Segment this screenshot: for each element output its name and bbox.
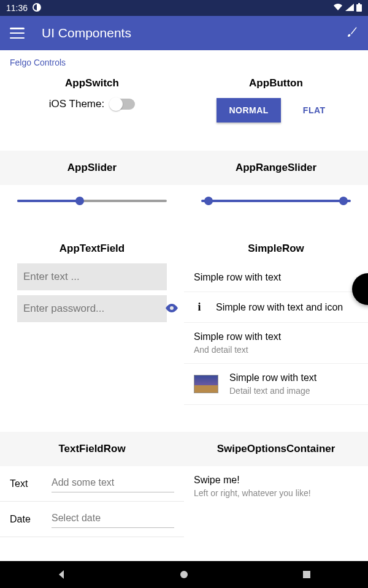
status-bar: 11:36 bbox=[0, 0, 368, 16]
tfr-label: Text bbox=[10, 478, 44, 489]
menu-icon[interactable] bbox=[10, 28, 25, 39]
appswitch-title: AppSwitch bbox=[0, 71, 184, 98]
svg-rect-5 bbox=[303, 571, 310, 578]
swipecontainer-title: SwipeOptionsContainer bbox=[184, 432, 368, 466]
nav-recents-icon[interactable] bbox=[301, 568, 313, 581]
swipe-item-title: Swipe me! bbox=[194, 475, 358, 486]
appbutton-title: AppButton bbox=[184, 71, 368, 98]
nav-home-icon[interactable] bbox=[178, 568, 190, 581]
android-nav-bar bbox=[0, 561, 368, 588]
apprangeslider-title: AppRangeSlider bbox=[184, 151, 368, 185]
app-title: UI Components bbox=[42, 26, 346, 40]
status-time: 11:36 bbox=[6, 3, 28, 13]
section-label: Felgo Controls bbox=[0, 50, 368, 71]
status-app-icon bbox=[33, 3, 41, 13]
battery-icon bbox=[356, 3, 362, 13]
app-slider[interactable] bbox=[17, 200, 167, 202]
apptextfield-title: AppTextField bbox=[0, 236, 184, 263]
app-range-slider[interactable] bbox=[201, 200, 351, 202]
appslider-title: AppSlider bbox=[0, 151, 184, 185]
wifi-icon bbox=[333, 3, 343, 13]
flat-button[interactable]: FLAT bbox=[293, 98, 335, 123]
app-bar: UI Components bbox=[0, 16, 368, 50]
signal-icon bbox=[345, 3, 354, 13]
swipe-item[interactable]: Swipe me! Left or right, whatever you li… bbox=[184, 466, 368, 510]
list-item[interactable]: Simple row with text Detail text and ima… bbox=[184, 364, 368, 405]
thumbnail-image bbox=[194, 375, 218, 393]
svg-point-3 bbox=[170, 306, 174, 310]
tfr-text-input[interactable] bbox=[52, 475, 174, 492]
simplerow-title: SimpleRow bbox=[184, 236, 368, 263]
textfield-row[interactable]: Date bbox=[0, 502, 184, 537]
list-item[interactable]: Simple row with text And detail text bbox=[184, 323, 368, 364]
tfr-date-input[interactable] bbox=[52, 510, 174, 528]
svg-point-4 bbox=[180, 571, 188, 578]
svg-rect-2 bbox=[358, 3, 360, 4]
theme-brush-icon[interactable] bbox=[346, 26, 358, 41]
nav-back-icon[interactable] bbox=[55, 568, 67, 581]
textfieldrow-title: TextFieldRow bbox=[0, 432, 184, 466]
password-input[interactable] bbox=[17, 295, 159, 322]
appswitch-label: iOS Theme: bbox=[49, 98, 104, 110]
info-icon: i bbox=[194, 301, 205, 314]
normal-button[interactable]: NORMAL bbox=[217, 98, 280, 123]
show-password-icon[interactable] bbox=[159, 303, 184, 315]
tfr-label: Date bbox=[10, 514, 44, 525]
list-item[interactable]: Simple row with text bbox=[184, 263, 368, 292]
swipe-item-detail: Left or right, whatever you like! bbox=[194, 488, 358, 498]
list-item[interactable]: i Simple row with text and icon bbox=[184, 292, 368, 323]
textfield-row[interactable]: Text bbox=[0, 466, 184, 502]
svg-rect-1 bbox=[356, 4, 362, 12]
text-input[interactable] bbox=[17, 263, 167, 290]
ios-theme-switch[interactable] bbox=[110, 99, 135, 110]
